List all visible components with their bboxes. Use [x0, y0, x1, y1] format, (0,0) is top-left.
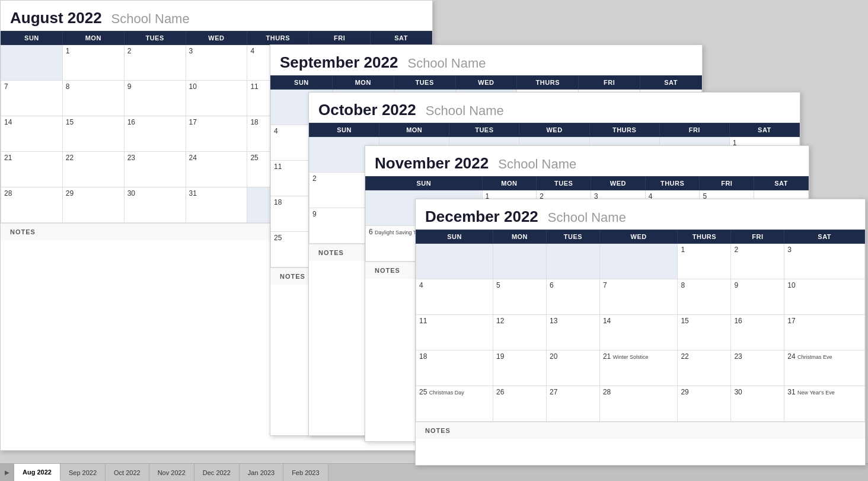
tab-feb-2023[interactable]: Feb 2023	[283, 464, 328, 481]
tab-jan-2023[interactable]: Jan 2023	[240, 464, 283, 481]
dec-w5-thu: 29	[678, 386, 731, 422]
november-school: School Name	[498, 157, 576, 172]
dec-w2-fri: 9	[731, 279, 784, 315]
dec-w2-sat: 10	[784, 279, 865, 315]
dec-w5-tue: 27	[546, 386, 599, 422]
aug-w1-tue: 2	[124, 45, 186, 81]
dec-christmas-event: Christmas Day	[429, 390, 464, 396]
dec-thurs-header: THURS	[678, 230, 731, 244]
tab-bar: ▶ Aug 2022 Sep 2022 Oct 2022 Nov 2022 De…	[0, 463, 868, 481]
dec-w2-thu: 8	[678, 279, 731, 315]
nov-sun-header: SUN	[366, 177, 483, 190]
dec-w2-tue: 6	[546, 279, 599, 315]
aug-w3-sun: 14	[1, 116, 63, 152]
aug-w4-wed: 24	[186, 152, 247, 187]
nov-fri-header: FRI	[700, 177, 754, 190]
december-header: December 2022 School Name	[416, 199, 865, 230]
dec-w2-wed: 7	[599, 279, 678, 315]
dec-w1-thu: 1	[678, 244, 731, 279]
dec-w4-tue: 20	[546, 351, 599, 386]
october-header: October 2022 School Name	[309, 93, 800, 123]
dec-w1-mon	[493, 244, 547, 279]
december-grid: SUN MON TUES WED THURS FRI SAT 1 2	[416, 230, 865, 422]
sep-mon-header: MON	[332, 76, 394, 90]
august-school: School Name	[111, 11, 190, 27]
aug-w4-mon: 22	[62, 152, 124, 187]
table-row: 11 12 13 14 15 16 17	[416, 315, 865, 351]
aug-w2-wed: 10	[186, 81, 247, 116]
october-title: October 2022	[318, 101, 416, 119]
tab-nov-2022[interactable]: Nov 2022	[149, 464, 194, 481]
aug-w5-mon: 29	[62, 187, 124, 223]
oct-wed-header: WED	[519, 123, 589, 137]
oct-tues-header: TUES	[449, 123, 519, 137]
table-row: 25 Christmas Day 26 27 28 29 30 31 New Y…	[416, 386, 865, 422]
december-title: December 2022	[425, 208, 538, 226]
dec-w4-thu: 22	[678, 351, 731, 386]
aug-sat-header: SAT	[371, 31, 432, 45]
aug-w3-tue: 16	[124, 116, 186, 152]
dec-w3-fri: 16	[731, 315, 784, 351]
sep-sat-header: SAT	[640, 76, 702, 90]
dec-new-years-eve-event: New Year's Eve	[797, 390, 835, 396]
aug-mon-header: MON	[62, 31, 124, 45]
dec-w3-sun: 11	[416, 315, 493, 351]
app-container: August 2022 School Name SUN MON TUES WED…	[0, 0, 868, 481]
dec-w1-tue	[546, 244, 599, 279]
aug-w2-sun: 7	[1, 81, 63, 116]
dec-w5-mon: 26	[493, 386, 547, 422]
dec-w4-mon: 19	[493, 351, 547, 386]
aug-w5-wed: 31	[186, 187, 247, 223]
oct-sun-header: SUN	[309, 123, 379, 137]
dec-w5-wed: 28	[599, 386, 678, 422]
nov-thurs-header: THURS	[645, 177, 700, 190]
sep-wed-header: WED	[455, 76, 517, 90]
dec-christmas-eve-event: Christmas Eve	[797, 354, 832, 360]
aug-w4-tue: 23	[124, 152, 186, 187]
august-header: August 2022 School Name	[1, 1, 432, 31]
december-notes: NOTES	[416, 422, 865, 439]
dec-w1-wed	[599, 244, 678, 279]
aug-w4-sun: 21	[1, 152, 63, 187]
dec-w3-wed: 14	[599, 315, 678, 351]
dec-mon-header: MON	[493, 230, 547, 244]
dec-w1-fri: 2	[731, 244, 784, 279]
aug-w3-mon: 15	[62, 116, 124, 152]
sep-fri-header: FRI	[579, 76, 640, 90]
december-calendar-card: December 2022 School Name SUN MON TUES W…	[415, 199, 866, 466]
aug-fri-header: FRI	[309, 31, 371, 45]
dec-w3-mon: 12	[493, 315, 547, 351]
aug-w5-sun: 28	[1, 187, 63, 223]
dec-w5-fri: 30	[731, 386, 784, 422]
tab-nav-prev[interactable]: ▶	[0, 464, 14, 481]
dec-w3-sat: 17	[784, 315, 865, 351]
dec-w4-wed: 21 Winter Solstice	[599, 351, 678, 386]
dec-w4-sun: 18	[416, 351, 493, 386]
sep-thurs-header: THURS	[517, 76, 579, 90]
tab-dec-2022[interactable]: Dec 2022	[194, 464, 240, 481]
sep-sun-header: SUN	[271, 76, 333, 90]
nov-sat-header: SAT	[754, 177, 809, 190]
tab-aug-2022[interactable]: Aug 2022	[14, 464, 60, 481]
dec-w1-sun	[416, 244, 493, 279]
tab-sep-2022[interactable]: Sep 2022	[60, 464, 106, 481]
nov-wed-header: WED	[591, 177, 646, 190]
oct-sat-header: SAT	[729, 123, 799, 137]
august-title: August 2022	[10, 9, 102, 27]
september-school: School Name	[407, 56, 486, 71]
december-school: School Name	[548, 210, 626, 225]
dec-wed-header: WED	[599, 230, 678, 244]
dec-solstice-event: Winter Solstice	[613, 354, 649, 360]
dec-sat-header: SAT	[784, 230, 865, 244]
dec-w4-fri: 23	[731, 351, 784, 386]
nov-tues-header: TUES	[537, 177, 591, 190]
september-title: September 2022	[280, 53, 398, 72]
tab-oct-2022[interactable]: Oct 2022	[106, 464, 149, 481]
aug-thurs-header: THURS	[247, 31, 309, 45]
aug-w5-tue: 30	[124, 187, 186, 223]
dec-sun-header: SUN	[416, 230, 493, 244]
aug-w1-sun	[1, 45, 63, 81]
october-school: School Name	[426, 103, 504, 119]
november-header: November 2022 School Name	[365, 146, 809, 176]
oct-thurs-header: THURS	[589, 123, 659, 137]
